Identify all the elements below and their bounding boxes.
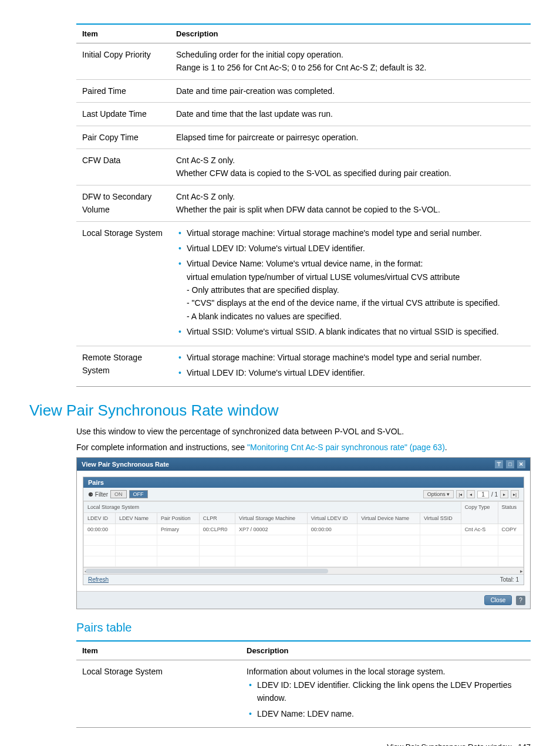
horizontal-scrollbar[interactable]: ◂ ▸ <box>83 567 524 574</box>
view-pair-sync-rate-window: View Pair Synchronous Rate ⊤ □ ✕ Pairs ⚈… <box>76 457 531 609</box>
total-label: Total: 1 <box>500 576 519 583</box>
col-status[interactable]: Status <box>498 502 523 524</box>
page-prev-button[interactable]: ◂ <box>467 490 475 498</box>
table-row: Initial Copy Priority Scheduling order f… <box>76 43 531 80</box>
col-pair-position[interactable]: Pair Position <box>157 513 200 524</box>
close-icon[interactable]: ✕ <box>517 460 525 468</box>
pairs-panel: Pairs ⚈ Filter ON OFF Options ▾ |◂ ◂ 1 /… <box>83 477 524 585</box>
definitions-table-1: Item Description Initial Copy Priority S… <box>76 23 531 387</box>
maximize-icon[interactable]: □ <box>506 460 514 468</box>
scroll-right-icon[interactable]: ▸ <box>518 568 524 574</box>
col-virtual-storage-machine[interactable]: Virtual Storage Machine <box>235 513 308 524</box>
col-ldev-name[interactable]: LDEV Name <box>116 513 157 524</box>
options-button[interactable]: Options ▾ <box>423 490 454 498</box>
col-virtual-ssid[interactable]: Virtual SSID <box>420 513 461 524</box>
col-item: Item <box>76 24 170 43</box>
filter-on-toggle[interactable]: ON <box>110 490 127 498</box>
pairs-toolbar: ⚈ Filter ON OFF Options ▾ |◂ ◂ 1 / 1 ▸ ▸… <box>83 488 524 501</box>
table-row: Local Storage System Information about v… <box>76 660 531 728</box>
grid-row-empty <box>84 546 524 556</box>
filter-off-toggle[interactable]: OFF <box>129 490 148 498</box>
col-virtual-ldev-id[interactable]: Virtual LDEV ID <box>307 513 357 524</box>
table-row: Last Update Time Date and time that the … <box>76 103 531 126</box>
filter-label: ⚈ Filter <box>88 491 108 498</box>
section-paragraph-2: For complete information and instruction… <box>76 441 531 454</box>
page-last-button[interactable]: ▸| <box>511 490 519 498</box>
scroll-thumb[interactable] <box>86 569 328 573</box>
page-next-button[interactable]: ▸ <box>500 490 508 498</box>
grid-row-empty <box>84 556 524 567</box>
col-virtual-device-name[interactable]: Virtual Device Name <box>357 513 420 524</box>
close-button[interactable]: Close <box>484 595 512 605</box>
pairs-grid: Local Storage System Copy Type Status LD… <box>83 501 524 567</box>
table-row: Local Storage System Virtual storage mac… <box>76 221 531 346</box>
page-total: / 1 <box>491 491 498 498</box>
page-first-button[interactable]: |◂ <box>456 490 464 498</box>
grid-row-empty <box>84 535 524 546</box>
table-row: CFW Data Cnt Ac-S Z only. Whether CFW da… <box>76 148 531 185</box>
col-ldev-id[interactable]: LDEV ID <box>84 513 116 524</box>
filter-window-icon[interactable]: ⊤ <box>495 460 503 468</box>
pairs-panel-header: Pairs <box>83 477 524 488</box>
page-number: 147 <box>518 742 531 746</box>
page-footer: View Pair Synchronous Rate window 147 <box>29 742 531 746</box>
grid-row[interactable]: 00:00:00 Primary 00:CLPR0 XP7 / 00002 00… <box>84 524 524 535</box>
col-item: Item <box>76 641 241 660</box>
table-row: Remote Storage System Virtual storage ma… <box>76 346 531 387</box>
refresh-link[interactable]: Refresh <box>88 576 109 583</box>
section-paragraph-1: Use this window to view the percentage o… <box>76 426 531 438</box>
grid-group-header: Local Storage System <box>84 502 461 513</box>
definitions-table-2: Item Description Local Storage System In… <box>76 640 531 728</box>
table-row: DFW to Secondary Volume Cnt Ac-S Z only.… <box>76 185 531 221</box>
section-heading: View Pair Synchronous Rate window <box>29 401 531 420</box>
window-titlebar: View Pair Synchronous Rate ⊤ □ ✕ <box>77 458 530 471</box>
col-desc: Description <box>241 641 531 660</box>
help-button[interactable]: ? <box>516 596 525 605</box>
col-clpr[interactable]: CLPR <box>199 513 235 524</box>
col-copy-type[interactable]: Copy Type <box>461 502 498 524</box>
col-desc: Description <box>170 24 531 43</box>
table-row: Paired Time Date and time pair-creation … <box>76 79 531 102</box>
pairs-table-heading: Pairs table <box>76 621 531 634</box>
monitoring-link[interactable]: "Monitoring Cnt Ac-S pair synchronous ra… <box>247 443 445 452</box>
window-title: View Pair Synchronous Rate <box>82 461 169 468</box>
table-row: Pair Copy Time Elapsed time for paircrea… <box>76 126 531 148</box>
page-current: 1 <box>477 491 489 498</box>
